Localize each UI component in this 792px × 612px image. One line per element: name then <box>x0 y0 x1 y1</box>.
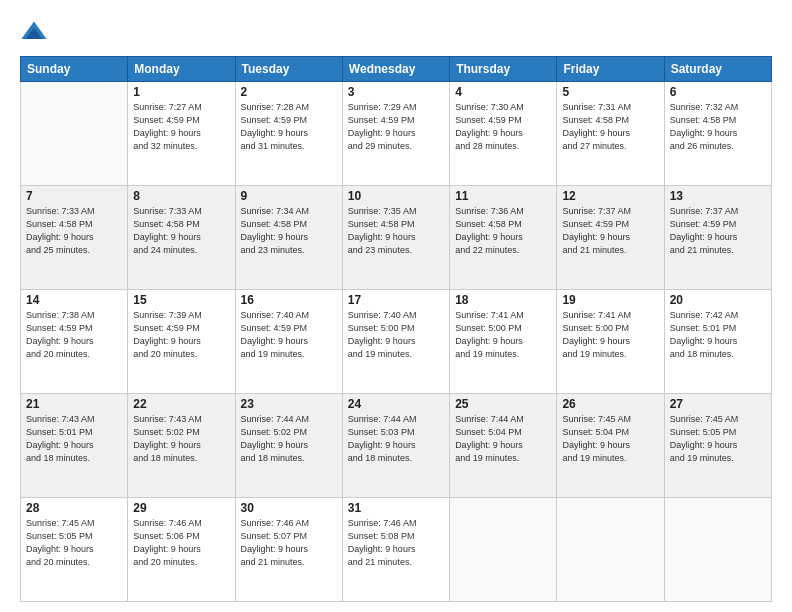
day-info: Sunrise: 7:44 AM Sunset: 5:02 PM Dayligh… <box>241 413 337 465</box>
week-row-3: 14Sunrise: 7:38 AM Sunset: 4:59 PM Dayli… <box>21 290 772 394</box>
day-info: Sunrise: 7:46 AM Sunset: 5:07 PM Dayligh… <box>241 517 337 569</box>
day-info: Sunrise: 7:41 AM Sunset: 5:00 PM Dayligh… <box>455 309 551 361</box>
calendar-cell <box>557 498 664 602</box>
logo-icon <box>20 18 48 46</box>
weekday-header-sunday: Sunday <box>21 57 128 82</box>
week-row-5: 28Sunrise: 7:45 AM Sunset: 5:05 PM Dayli… <box>21 498 772 602</box>
day-number: 12 <box>562 189 658 203</box>
day-info: Sunrise: 7:34 AM Sunset: 4:58 PM Dayligh… <box>241 205 337 257</box>
day-info: Sunrise: 7:28 AM Sunset: 4:59 PM Dayligh… <box>241 101 337 153</box>
calendar-cell <box>664 498 771 602</box>
calendar-cell: 10Sunrise: 7:35 AM Sunset: 4:58 PM Dayli… <box>342 186 449 290</box>
day-info: Sunrise: 7:44 AM Sunset: 5:03 PM Dayligh… <box>348 413 444 465</box>
day-info: Sunrise: 7:43 AM Sunset: 5:01 PM Dayligh… <box>26 413 122 465</box>
day-number: 6 <box>670 85 766 99</box>
day-number: 31 <box>348 501 444 515</box>
weekday-header-thursday: Thursday <box>450 57 557 82</box>
day-number: 30 <box>241 501 337 515</box>
calendar-cell: 29Sunrise: 7:46 AM Sunset: 5:06 PM Dayli… <box>128 498 235 602</box>
calendar-cell: 8Sunrise: 7:33 AM Sunset: 4:58 PM Daylig… <box>128 186 235 290</box>
weekday-header-friday: Friday <box>557 57 664 82</box>
calendar-cell: 28Sunrise: 7:45 AM Sunset: 5:05 PM Dayli… <box>21 498 128 602</box>
weekday-header-saturday: Saturday <box>664 57 771 82</box>
day-info: Sunrise: 7:44 AM Sunset: 5:04 PM Dayligh… <box>455 413 551 465</box>
day-number: 11 <box>455 189 551 203</box>
calendar-cell: 24Sunrise: 7:44 AM Sunset: 5:03 PM Dayli… <box>342 394 449 498</box>
day-number: 25 <box>455 397 551 411</box>
calendar-cell: 4Sunrise: 7:30 AM Sunset: 4:59 PM Daylig… <box>450 82 557 186</box>
day-info: Sunrise: 7:33 AM Sunset: 4:58 PM Dayligh… <box>133 205 229 257</box>
calendar-cell: 7Sunrise: 7:33 AM Sunset: 4:58 PM Daylig… <box>21 186 128 290</box>
day-info: Sunrise: 7:31 AM Sunset: 4:58 PM Dayligh… <box>562 101 658 153</box>
day-number: 29 <box>133 501 229 515</box>
day-info: Sunrise: 7:39 AM Sunset: 4:59 PM Dayligh… <box>133 309 229 361</box>
calendar-cell: 11Sunrise: 7:36 AM Sunset: 4:58 PM Dayli… <box>450 186 557 290</box>
calendar-cell <box>21 82 128 186</box>
calendar-cell: 1Sunrise: 7:27 AM Sunset: 4:59 PM Daylig… <box>128 82 235 186</box>
calendar-cell: 18Sunrise: 7:41 AM Sunset: 5:00 PM Dayli… <box>450 290 557 394</box>
calendar-cell: 31Sunrise: 7:46 AM Sunset: 5:08 PM Dayli… <box>342 498 449 602</box>
header <box>20 18 772 46</box>
day-number: 9 <box>241 189 337 203</box>
calendar-cell: 6Sunrise: 7:32 AM Sunset: 4:58 PM Daylig… <box>664 82 771 186</box>
day-number: 22 <box>133 397 229 411</box>
day-number: 14 <box>26 293 122 307</box>
day-number: 18 <box>455 293 551 307</box>
logo <box>20 18 50 46</box>
day-info: Sunrise: 7:45 AM Sunset: 5:05 PM Dayligh… <box>670 413 766 465</box>
week-row-1: 1Sunrise: 7:27 AM Sunset: 4:59 PM Daylig… <box>21 82 772 186</box>
day-info: Sunrise: 7:32 AM Sunset: 4:58 PM Dayligh… <box>670 101 766 153</box>
page: SundayMondayTuesdayWednesdayThursdayFrid… <box>0 0 792 612</box>
day-number: 27 <box>670 397 766 411</box>
day-number: 7 <box>26 189 122 203</box>
day-info: Sunrise: 7:36 AM Sunset: 4:58 PM Dayligh… <box>455 205 551 257</box>
day-number: 4 <box>455 85 551 99</box>
calendar-cell: 27Sunrise: 7:45 AM Sunset: 5:05 PM Dayli… <box>664 394 771 498</box>
calendar-cell <box>450 498 557 602</box>
week-row-2: 7Sunrise: 7:33 AM Sunset: 4:58 PM Daylig… <box>21 186 772 290</box>
day-number: 10 <box>348 189 444 203</box>
day-info: Sunrise: 7:37 AM Sunset: 4:59 PM Dayligh… <box>670 205 766 257</box>
day-number: 20 <box>670 293 766 307</box>
day-number: 2 <box>241 85 337 99</box>
day-number: 16 <box>241 293 337 307</box>
day-info: Sunrise: 7:29 AM Sunset: 4:59 PM Dayligh… <box>348 101 444 153</box>
day-info: Sunrise: 7:45 AM Sunset: 5:05 PM Dayligh… <box>26 517 122 569</box>
day-number: 21 <box>26 397 122 411</box>
day-info: Sunrise: 7:37 AM Sunset: 4:59 PM Dayligh… <box>562 205 658 257</box>
week-row-4: 21Sunrise: 7:43 AM Sunset: 5:01 PM Dayli… <box>21 394 772 498</box>
day-number: 8 <box>133 189 229 203</box>
calendar-cell: 5Sunrise: 7:31 AM Sunset: 4:58 PM Daylig… <box>557 82 664 186</box>
day-info: Sunrise: 7:33 AM Sunset: 4:58 PM Dayligh… <box>26 205 122 257</box>
calendar-cell: 13Sunrise: 7:37 AM Sunset: 4:59 PM Dayli… <box>664 186 771 290</box>
calendar-cell: 23Sunrise: 7:44 AM Sunset: 5:02 PM Dayli… <box>235 394 342 498</box>
weekday-header-tuesday: Tuesday <box>235 57 342 82</box>
calendar-cell: 22Sunrise: 7:43 AM Sunset: 5:02 PM Dayli… <box>128 394 235 498</box>
day-info: Sunrise: 7:30 AM Sunset: 4:59 PM Dayligh… <box>455 101 551 153</box>
day-number: 24 <box>348 397 444 411</box>
day-number: 17 <box>348 293 444 307</box>
day-number: 3 <box>348 85 444 99</box>
calendar-cell: 17Sunrise: 7:40 AM Sunset: 5:00 PM Dayli… <box>342 290 449 394</box>
calendar-cell: 20Sunrise: 7:42 AM Sunset: 5:01 PM Dayli… <box>664 290 771 394</box>
calendar-cell: 19Sunrise: 7:41 AM Sunset: 5:00 PM Dayli… <box>557 290 664 394</box>
day-number: 5 <box>562 85 658 99</box>
calendar-cell: 9Sunrise: 7:34 AM Sunset: 4:58 PM Daylig… <box>235 186 342 290</box>
calendar-table: SundayMondayTuesdayWednesdayThursdayFrid… <box>20 56 772 602</box>
weekday-header-monday: Monday <box>128 57 235 82</box>
day-info: Sunrise: 7:42 AM Sunset: 5:01 PM Dayligh… <box>670 309 766 361</box>
day-info: Sunrise: 7:40 AM Sunset: 4:59 PM Dayligh… <box>241 309 337 361</box>
day-number: 15 <box>133 293 229 307</box>
calendar-cell: 12Sunrise: 7:37 AM Sunset: 4:59 PM Dayli… <box>557 186 664 290</box>
day-info: Sunrise: 7:41 AM Sunset: 5:00 PM Dayligh… <box>562 309 658 361</box>
calendar-cell: 30Sunrise: 7:46 AM Sunset: 5:07 PM Dayli… <box>235 498 342 602</box>
day-number: 28 <box>26 501 122 515</box>
calendar-cell: 16Sunrise: 7:40 AM Sunset: 4:59 PM Dayli… <box>235 290 342 394</box>
calendar-cell: 3Sunrise: 7:29 AM Sunset: 4:59 PM Daylig… <box>342 82 449 186</box>
day-number: 26 <box>562 397 658 411</box>
calendar-cell: 15Sunrise: 7:39 AM Sunset: 4:59 PM Dayli… <box>128 290 235 394</box>
weekday-header-wednesday: Wednesday <box>342 57 449 82</box>
day-info: Sunrise: 7:35 AM Sunset: 4:58 PM Dayligh… <box>348 205 444 257</box>
weekday-header-row: SundayMondayTuesdayWednesdayThursdayFrid… <box>21 57 772 82</box>
day-info: Sunrise: 7:46 AM Sunset: 5:06 PM Dayligh… <box>133 517 229 569</box>
